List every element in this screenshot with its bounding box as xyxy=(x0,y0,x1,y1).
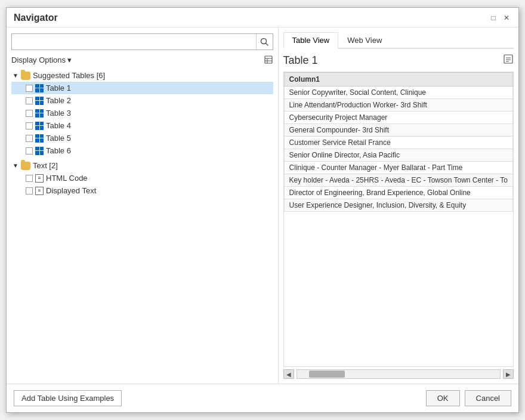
checkbox-table1[interactable] xyxy=(26,85,33,92)
tree-item-table6[interactable]: Table 6 xyxy=(11,144,273,157)
display-options-row: Display Options ▾ xyxy=(11,55,273,64)
table5-label: Table 5 xyxy=(46,134,71,143)
table-row: Clinique - Counter Manager - Myer Ballar… xyxy=(284,162,512,174)
footer-left: Add Table Using Examples xyxy=(14,390,122,406)
table-row: Key holder - Aveda - 25HRS - Aveda - EC … xyxy=(284,174,512,187)
search-input[interactable] xyxy=(12,35,256,49)
tree-item-html-code[interactable]: ≡ HTML Code xyxy=(11,172,273,184)
settings-icon-button[interactable] xyxy=(264,55,273,64)
footer-right: OK Cancel xyxy=(426,390,511,406)
title-bar: Navigator □ ✕ xyxy=(7,8,518,27)
suggested-tables-header[interactable]: ▼ Suggested Tables [6] xyxy=(11,69,273,82)
table-preview: Column1 Senior Copywriter, Social Conten… xyxy=(283,72,514,367)
table6-label: Table 6 xyxy=(46,146,71,155)
tab-web-view[interactable]: Web View xyxy=(338,32,391,49)
table-cell: Customer Service Retail France xyxy=(284,137,512,149)
column-header: Column1 xyxy=(284,73,512,87)
table-cell: Cybersecurity Project Manager xyxy=(284,112,512,124)
table-grid-icon-table5 xyxy=(35,134,44,143)
tree-item-table1[interactable]: Table 1 xyxy=(11,82,273,94)
checkbox-html-code[interactable] xyxy=(26,175,33,182)
display-options-label: Display Options xyxy=(11,55,66,64)
checkbox-table4[interactable] xyxy=(26,122,33,129)
tree-container: ▼ Suggested Tables [6] Table 1 xyxy=(11,69,273,378)
checkbox-table2[interactable] xyxy=(26,97,33,104)
chevron-icon-text: ▼ xyxy=(13,162,18,169)
preview-export-button[interactable] xyxy=(503,54,514,67)
scroll-right-button[interactable]: ▶ xyxy=(503,369,514,379)
table-cell: User Experience Designer, Inclusion, Div… xyxy=(284,199,512,212)
table4-label: Table 4 xyxy=(46,121,71,130)
tree-item-table5[interactable]: Table 5 xyxy=(11,132,273,144)
tree-item-displayed-text[interactable]: ≡ Displayed Text xyxy=(11,184,273,197)
search-icon xyxy=(260,38,268,46)
checkbox-displayed-text[interactable] xyxy=(26,187,33,194)
html-code-label: HTML Code xyxy=(46,174,88,183)
tree-item-table3[interactable]: Table 3 xyxy=(11,107,273,119)
ok-button[interactable]: OK xyxy=(426,390,460,406)
search-row xyxy=(11,33,273,50)
tab-bar: Table View Web View xyxy=(283,32,514,49)
text-group-header[interactable]: ▼ Text [2] xyxy=(11,159,273,172)
table-cell: Senior Copywriter, Social Content, Clini… xyxy=(284,87,512,99)
table-cell: Key holder - Aveda - 25HRS - Aveda - EC … xyxy=(284,174,512,187)
display-options-button[interactable]: Display Options ▾ xyxy=(11,55,72,64)
checkbox-table3[interactable] xyxy=(26,110,33,117)
table-grid-icon-table4 xyxy=(35,122,44,130)
scroll-thumb[interactable] xyxy=(309,370,345,378)
displayed-text-label: Displayed Text xyxy=(46,186,96,195)
left-panel: Display Options ▾ ▼ xyxy=(7,27,279,384)
export-icon xyxy=(503,54,514,64)
chevron-down-icon: ▾ xyxy=(67,55,72,64)
edit-icon xyxy=(264,55,273,64)
close-button[interactable]: ✕ xyxy=(502,13,511,23)
preview-title: Table 1 xyxy=(283,54,318,67)
table-cell: Director of Engineering, Brand Experienc… xyxy=(284,187,512,199)
table-row: Customer Service Retail France xyxy=(284,137,512,149)
preview-table: Column1 Senior Copywriter, Social Conten… xyxy=(284,72,513,212)
folder-icon xyxy=(21,72,30,80)
table-row: Director of Engineering, Brand Experienc… xyxy=(284,187,512,199)
text-icon-html: ≡ xyxy=(35,174,44,183)
table-grid-icon-table2 xyxy=(35,97,44,105)
checkbox-table6[interactable] xyxy=(26,147,33,155)
scroll-track[interactable] xyxy=(297,369,501,379)
suggested-tables-group: ▼ Suggested Tables [6] Table 1 xyxy=(11,69,273,157)
minimize-button[interactable]: □ xyxy=(489,13,498,23)
table-cell: Senior Online Director, Asia Pacific xyxy=(284,149,512,162)
table-cell: Line Attendant/Production Worker- 3rd Sh… xyxy=(284,99,512,112)
svg-rect-2 xyxy=(265,56,272,63)
table-cell: General Compounder- 3rd Shift xyxy=(284,124,512,137)
svg-line-1 xyxy=(266,44,268,46)
table-row: Senior Online Director, Asia Pacific xyxy=(284,149,512,162)
text-icon-displayed: ≡ xyxy=(35,187,44,195)
tab-table-view-label: Table View xyxy=(292,36,330,45)
main-content: Display Options ▾ ▼ xyxy=(7,27,518,384)
title-bar-controls: □ ✕ xyxy=(489,13,511,23)
checkbox-table5[interactable] xyxy=(26,135,33,142)
text-group: ▼ Text [2] ≡ HTML Code ≡ Displayed xyxy=(11,159,273,197)
table1-label: Table 1 xyxy=(46,84,71,92)
navigator-dialog: Navigator □ ✕ Display Option xyxy=(6,7,519,413)
tree-item-table2[interactable]: Table 2 xyxy=(11,94,273,107)
table-cell: Clinique - Counter Manager - Myer Ballar… xyxy=(284,162,512,174)
suggested-tables-label: Suggested Tables [6] xyxy=(33,71,105,80)
table-row: General Compounder- 3rd Shift xyxy=(284,124,512,137)
preview-title-row: Table 1 xyxy=(283,54,514,67)
dialog-title: Navigator xyxy=(14,13,58,23)
search-button[interactable] xyxy=(256,34,273,50)
add-table-button[interactable]: Add Table Using Examples xyxy=(14,390,122,406)
right-panel: Table View Web View Table 1 xyxy=(279,27,518,384)
table2-label: Table 2 xyxy=(46,96,71,105)
tree-item-table4[interactable]: Table 4 xyxy=(11,119,273,132)
scroll-left-button[interactable]: ◀ xyxy=(283,369,294,379)
table-grid-icon-table6 xyxy=(35,147,44,155)
table-row: Line Attendant/Production Worker- 3rd Sh… xyxy=(284,99,512,112)
table-row: Cybersecurity Project Manager xyxy=(284,112,512,124)
svg-rect-6 xyxy=(504,55,512,63)
footer: Add Table Using Examples OK Cancel xyxy=(7,384,518,412)
table-grid-icon-table3 xyxy=(35,109,44,118)
tab-table-view[interactable]: Table View xyxy=(283,32,339,49)
table-row: Senior Copywriter, Social Content, Clini… xyxy=(284,87,512,99)
cancel-button[interactable]: Cancel xyxy=(465,390,511,406)
